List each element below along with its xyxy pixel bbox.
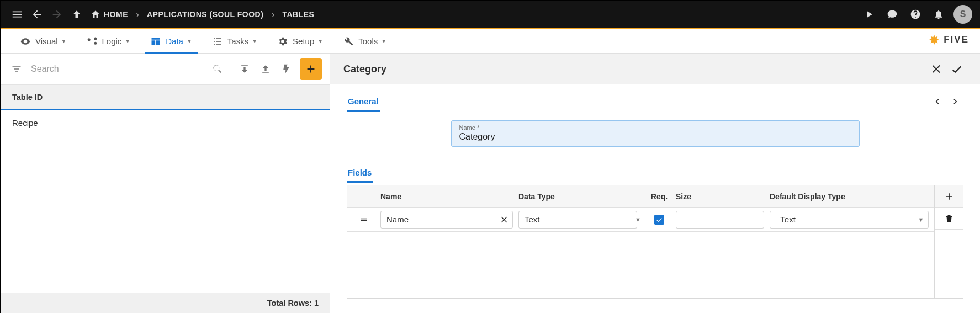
tab-tasks[interactable]: Tasks▼ — [202, 29, 267, 53]
breadcrumb-home-label: HOME — [104, 10, 128, 19]
tab-tools[interactable]: Tools▼ — [333, 29, 396, 53]
chevron-down-icon[interactable]: ▼ — [914, 216, 928, 223]
up-icon[interactable] — [68, 6, 85, 23]
chevron-down-icon[interactable]: ▼ — [635, 216, 641, 223]
field-display-text[interactable] — [770, 215, 914, 224]
filter-icon[interactable] — [9, 61, 24, 77]
back-icon[interactable] — [29, 6, 45, 23]
avatar[interactable]: S — [953, 5, 972, 24]
tab-data[interactable]: Data▼ — [140, 29, 202, 53]
field-name-input[interactable] — [380, 211, 513, 229]
tab-data-label: Data — [166, 36, 183, 46]
field-display-select[interactable]: ▼ — [770, 211, 929, 229]
tab-visual[interactable]: Visual▼ — [10, 29, 77, 53]
required-checkbox[interactable] — [654, 215, 664, 225]
name-field[interactable]: Name * Category — [451, 120, 860, 147]
close-icon[interactable] — [927, 59, 947, 79]
clear-icon[interactable] — [497, 215, 512, 224]
search-icon[interactable] — [210, 61, 225, 77]
section-general[interactable]: General — [347, 92, 380, 110]
bell-icon[interactable] — [930, 6, 947, 23]
confirm-icon[interactable] — [947, 59, 967, 79]
brand-logo: FIVE — [928, 34, 969, 46]
svg-point-0 — [94, 37, 97, 40]
tab-tools-label: Tools — [358, 36, 378, 46]
th-name: Name — [380, 192, 518, 201]
th-disp: Default Display Type — [770, 192, 934, 201]
list-item[interactable]: Recipe — [1, 110, 330, 135]
drag-handle-icon[interactable] — [347, 215, 380, 225]
menu-icon[interactable] — [9, 6, 25, 23]
th-size: Size — [676, 192, 770, 201]
delete-field-icon[interactable] — [935, 208, 963, 230]
tab-setup-label: Setup — [293, 36, 314, 46]
table-row: ▼ — [347, 208, 934, 232]
th-type: Data Type — [518, 192, 643, 201]
tab-setup[interactable]: Setup▼ — [267, 29, 333, 53]
chevron-right-icon: › — [271, 9, 274, 20]
play-icon[interactable] — [861, 6, 877, 23]
export-icon[interactable] — [258, 61, 273, 77]
chevron-right-icon: › — [136, 9, 139, 20]
section-fields[interactable]: Fields — [347, 163, 373, 182]
prev-icon[interactable] — [929, 94, 945, 109]
field-size-input[interactable] — [676, 211, 764, 229]
list-footer: Total Rows: 1 — [1, 293, 330, 313]
import-icon[interactable] — [237, 61, 252, 77]
list-header: Table ID — [1, 84, 330, 110]
bolt-icon[interactable] — [279, 61, 294, 77]
forward-icon — [49, 6, 65, 23]
tab-visual-label: Visual — [35, 36, 58, 46]
name-value: Category — [459, 132, 851, 142]
field-type-text[interactable] — [519, 215, 635, 224]
field-name-text[interactable] — [381, 215, 497, 224]
help-icon[interactable] — [907, 6, 924, 23]
name-label: Name * — [459, 124, 851, 131]
breadcrumb: HOME › APPLICATIONS (SOUL FOOD) › TABLES — [91, 9, 314, 20]
page-title: Category — [343, 63, 386, 75]
search-input[interactable] — [31, 64, 203, 74]
tab-logic-label: Logic — [102, 36, 122, 46]
tab-tasks-label: Tasks — [227, 36, 248, 46]
next-icon[interactable] — [948, 94, 963, 109]
add-field-icon[interactable] — [935, 185, 963, 208]
th-req: Req. — [643, 192, 676, 201]
breadcrumb-applications[interactable]: APPLICATIONS (SOUL FOOD) — [147, 10, 263, 19]
field-type-select[interactable]: ▼ — [518, 211, 637, 229]
brand-text: FIVE — [944, 34, 969, 45]
add-button[interactable] — [300, 58, 322, 80]
breadcrumb-home[interactable]: HOME — [91, 9, 128, 19]
tab-logic[interactable]: Logic▼ — [77, 29, 141, 53]
breadcrumb-tables[interactable]: TABLES — [282, 10, 314, 19]
chat-icon[interactable] — [884, 6, 900, 23]
